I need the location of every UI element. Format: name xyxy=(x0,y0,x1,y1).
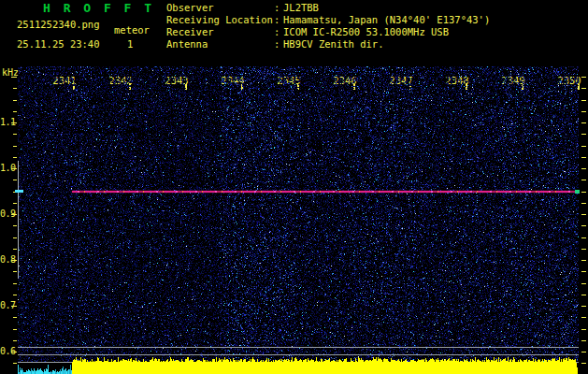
frequency-tick-right xyxy=(581,317,586,318)
frequency-tick-right xyxy=(581,134,586,135)
frequency-tick-right xyxy=(581,260,586,261)
frequency-tick-right xyxy=(581,352,586,352)
info-separator: : xyxy=(274,2,283,14)
info-value: Hamamatsu, Japan (N34°40' E137°43') xyxy=(283,14,490,26)
spectrogram-noise-canvas xyxy=(18,66,579,363)
frequency-tick-right xyxy=(581,249,586,250)
signal-level-canvas xyxy=(18,357,579,374)
frequency-tick-right xyxy=(581,306,586,307)
frequency-minor-tick xyxy=(13,317,17,318)
info-value: JL2TBB xyxy=(283,2,319,14)
frequency-tick-right xyxy=(581,157,586,158)
frequency-minor-tick xyxy=(13,225,17,226)
frequency-tick-right xyxy=(581,340,586,341)
frequency-minor-tick xyxy=(13,100,17,101)
frequency-tick-right xyxy=(581,88,586,89)
station-info-row: Receiving Location:Hamamatsu, Japan (N34… xyxy=(166,14,490,26)
info-label: Receiving Location xyxy=(166,14,274,26)
frequency-minor-tick xyxy=(13,157,17,158)
frequency-major-tick xyxy=(11,77,17,78)
calibration-vertical-line xyxy=(18,161,19,279)
frequency-tick-right xyxy=(581,214,586,215)
info-label: Observer xyxy=(166,2,274,14)
frequency-minor-tick xyxy=(13,329,17,330)
station-info-row: Receiver:ICOM IC-R2500 53.1000MHz USB xyxy=(166,26,490,38)
station-info-table: Observer:JL2TBBReceiving Location:Hamama… xyxy=(166,2,490,50)
frequency-major-tick xyxy=(11,122,17,123)
level-strip-gridline-upper xyxy=(18,347,579,348)
station-info-row: Antenna:HB9CV Zenith dir. xyxy=(166,38,490,50)
frequency-tick-right xyxy=(581,295,586,295)
level-strip-gridline-middle xyxy=(18,354,579,355)
frequency-tick-right xyxy=(581,168,586,169)
frequency-tick-right xyxy=(581,192,586,193)
frequency-tick-right xyxy=(581,180,586,180)
frequency-minor-tick xyxy=(13,237,17,238)
frequency-minor-tick xyxy=(13,146,17,147)
frequency-tick-right xyxy=(581,77,586,78)
info-separator: : xyxy=(274,38,283,50)
info-label: Receiver xyxy=(166,26,274,38)
output-filename: 2511252340.png xyxy=(17,19,100,30)
frequency-minor-tick xyxy=(13,88,17,89)
frequency-minor-tick xyxy=(13,340,17,341)
carrier-end-marker xyxy=(575,190,580,194)
frequency-minor-tick xyxy=(13,134,17,135)
carrier-start-marker xyxy=(15,190,23,193)
frequency-tick-right xyxy=(581,225,586,226)
frequency-tick-right xyxy=(581,100,586,101)
frequency-tick-right xyxy=(581,329,586,330)
meteor-count: 1 xyxy=(127,38,133,50)
frequency-minor-tick xyxy=(13,271,17,272)
hrofft-spectrogram-screenshot: H R O F F T 2511252340.png meteor 25.11.… xyxy=(0,0,588,374)
carrier-signal-line xyxy=(72,191,577,193)
frequency-tick-right xyxy=(581,283,586,284)
frequency-minor-tick xyxy=(13,203,17,204)
frequency-minor-tick xyxy=(13,283,17,284)
info-value: HB9CV Zenith dir. xyxy=(283,38,383,50)
frequency-tick-right xyxy=(581,203,586,204)
frequency-minor-tick xyxy=(13,363,17,364)
mode-label: meteor xyxy=(114,24,150,36)
info-separator: : xyxy=(274,14,283,26)
frequency-minor-tick xyxy=(13,180,17,180)
frequency-major-tick xyxy=(11,352,17,352)
frequency-tick-right xyxy=(581,363,586,364)
frequency-tick-right xyxy=(581,271,586,272)
observation-datetime: 25.11.25 23:40 xyxy=(17,38,100,50)
frequency-minor-tick xyxy=(13,295,17,295)
frequency-major-tick xyxy=(11,260,17,261)
info-separator: : xyxy=(274,26,283,38)
frequency-major-tick xyxy=(11,306,17,307)
frequency-tick-right xyxy=(581,237,586,238)
frequency-minor-tick xyxy=(13,111,17,112)
info-label: Antenna xyxy=(166,38,274,50)
info-value: ICOM IC-R2500 53.1000MHz USB xyxy=(283,26,449,38)
frequency-major-tick xyxy=(11,168,17,169)
frequency-tick-right xyxy=(581,146,586,147)
app-title: H R O F F T xyxy=(43,3,154,14)
frequency-major-tick xyxy=(11,214,17,215)
frequency-tick-right xyxy=(581,111,586,112)
frequency-minor-tick xyxy=(13,249,17,250)
station-info-row: Observer:JL2TBB xyxy=(166,2,490,14)
frequency-tick-right xyxy=(581,122,586,123)
